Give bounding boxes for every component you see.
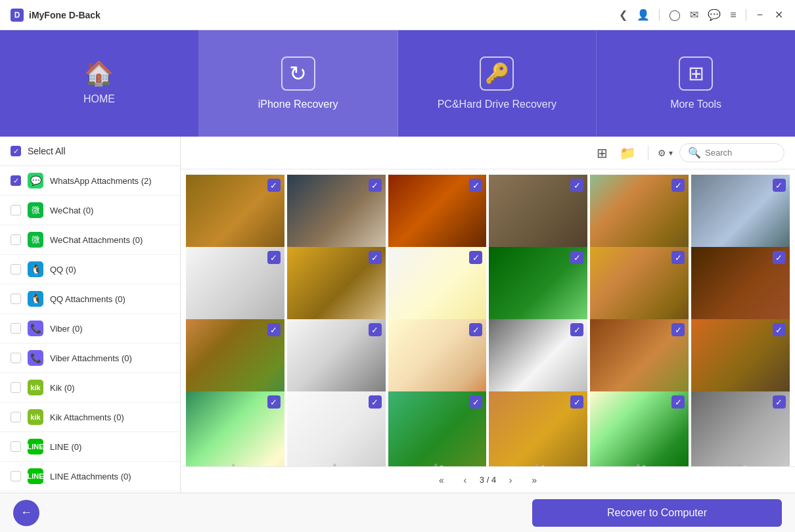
filter-button[interactable]: ⚙ ▾ [658, 148, 673, 158]
sidebar-item-viber[interactable]: 📞 Viber (0) [0, 314, 180, 344]
last-page-button[interactable]: » [525, 471, 543, 489]
sidebar-item-kik-attachments[interactable]: kik Kik Attachments (0) [0, 403, 180, 432]
qq-att-checkbox[interactable] [11, 294, 21, 304]
whatsapp-label: WhatsApp Attachments (2) [50, 176, 170, 186]
first-page-button[interactable]: « [432, 471, 451, 489]
line-checkbox[interactable] [11, 441, 21, 452]
chat-icon[interactable]: 💬 [708, 9, 721, 21]
photo-checkbox[interactable]: ✓ [369, 323, 382, 336]
photo-checkbox[interactable]: ✓ [773, 323, 786, 336]
content-area: ⊞ 📁 ⚙ ▾ 🔍 ✓ ✓ ✓ ✓ [181, 137, 795, 493]
sidebar-item-kik[interactable]: kik Kik (0) [0, 373, 180, 403]
photo-checkbox[interactable]: ✓ [469, 179, 482, 192]
photo-cell[interactable]: ✓ [186, 391, 284, 466]
menu-icon[interactable]: ≡ [730, 9, 736, 21]
qq-icon: 🐧 [28, 261, 43, 277]
close-button[interactable]: ✕ [773, 7, 784, 22]
wechat-checkbox[interactable] [11, 205, 21, 215]
nav-more-tools[interactable]: ⊞ More Tools [597, 30, 795, 137]
kik-att-icon: kik [28, 409, 43, 425]
photo-checkbox[interactable]: ✓ [773, 395, 786, 409]
title-bar-left: D iMyFone D-Back [11, 9, 101, 22]
select-all-checkbox[interactable] [11, 146, 21, 156]
nav-home-label: HOME [83, 93, 115, 105]
photo-checkbox[interactable]: ✓ [469, 395, 482, 409]
kik-att-checkbox[interactable] [11, 412, 21, 422]
photo-checkbox[interactable]: ✓ [469, 323, 482, 336]
qq-checkbox[interactable] [11, 264, 21, 275]
sidebar-item-wechat[interactable]: 微 WeChat (0) [0, 196, 180, 225]
search-box[interactable]: 🔍 [679, 143, 784, 162]
photo-cell[interactable]: ✓ [691, 391, 790, 466]
photo-checkbox[interactable]: ✓ [369, 251, 382, 264]
wechat-label: WeChat (0) [50, 206, 170, 215]
photo-cell[interactable]: ✓ [590, 391, 689, 466]
viber-att-icon: 📞 [28, 350, 43, 366]
photo-checkbox[interactable]: ✓ [773, 179, 786, 192]
nav-iphone-recovery[interactable]: ↻ iPhone Recovery [199, 30, 398, 137]
mail-icon[interactable]: ✉ [690, 9, 698, 21]
sidebar-item-whatsapp-attachments[interactable]: 💬 WhatsApp Attachments (2) [0, 166, 180, 196]
kik-checkbox[interactable] [11, 382, 21, 393]
viber-att-checkbox[interactable] [11, 353, 21, 363]
whatsapp-checkbox[interactable] [11, 175, 21, 186]
line-att-checkbox[interactable] [11, 471, 21, 481]
sidebar-item-line-attachments[interactable]: LINE LINE Attachments (0) [0, 462, 180, 491]
qq-att-label: QQ Attachments (0) [50, 294, 170, 304]
next-page-button[interactable]: › [501, 471, 520, 489]
photo-checkbox[interactable]: ✓ [671, 179, 685, 192]
sidebar-item-qq-attachments[interactable]: 🐧 QQ Attachments (0) [0, 284, 180, 314]
sidebar-item-wechat-attachments[interactable]: 微 WeChat Attachments (0) [0, 225, 180, 255]
photo-checkbox[interactable]: ✓ [570, 323, 583, 336]
photo-checkbox[interactable]: ✓ [267, 323, 281, 336]
sidebar-item-viber-attachments[interactable]: 📞 Viber Attachments (0) [0, 344, 180, 373]
grid-view-icon[interactable]: ⊞ [594, 143, 610, 164]
location-icon[interactable]: ◯ [669, 9, 681, 21]
photo-checkbox[interactable]: ✓ [267, 395, 281, 409]
sidebar-header[interactable]: Select All [0, 137, 180, 166]
wechat-icon: 微 [28, 202, 43, 218]
nav-pc-recovery[interactable]: 🔑 PC&Hard Drive Recovery [398, 30, 597, 137]
minimize-button[interactable]: − [756, 8, 764, 22]
recover-button[interactable]: Recover to Computer [532, 499, 782, 527]
sidebar-item-qq[interactable]: 🐧 QQ (0) [0, 255, 180, 284]
sidebar-item-line[interactable]: LINE LINE (0) [0, 432, 180, 462]
prev-page-button[interactable]: ‹ [456, 471, 474, 489]
search-input[interactable] [705, 148, 776, 158]
page-info: 3 / 4 [480, 475, 496, 485]
page-separator: / [487, 475, 489, 485]
bottom-bar: ← Recover to Computer [0, 493, 795, 532]
folder-view-icon[interactable]: 📁 [617, 143, 639, 164]
back-button[interactable]: ← [13, 500, 39, 526]
photo-checkbox[interactable]: ✓ [671, 251, 685, 264]
photo-checkbox[interactable]: ✓ [570, 251, 583, 264]
viber-icon: 📞 [28, 321, 43, 336]
qq-label: QQ (0) [50, 265, 170, 275]
photo-cell[interactable]: ✓ [287, 391, 386, 466]
photo-checkbox[interactable]: ✓ [570, 179, 583, 192]
app-logo: D [11, 9, 24, 22]
photo-checkbox[interactable]: ✓ [267, 179, 281, 192]
photo-checkbox[interactable]: ✓ [570, 395, 583, 409]
photo-cell[interactable]: ✓ [388, 391, 487, 466]
photo-checkbox[interactable]: ✓ [267, 251, 281, 264]
viber-checkbox[interactable] [11, 323, 21, 334]
photo-checkbox[interactable]: ✓ [369, 179, 382, 192]
wechat-att-checkbox[interactable] [11, 234, 21, 245]
photo-cell[interactable]: ✓ [489, 391, 587, 466]
search-icon: 🔍 [688, 146, 701, 159]
share-icon[interactable]: ❮ [619, 9, 627, 21]
nav-bar: 🏠 HOME ↻ iPhone Recovery 🔑 PC&Hard Drive… [0, 30, 795, 137]
photo-checkbox[interactable]: ✓ [671, 395, 685, 409]
main-area: Select All 💬 WhatsApp Attachments (2) 微 … [0, 137, 795, 493]
photo-checkbox[interactable]: ✓ [671, 323, 685, 336]
divider2 [746, 9, 746, 21]
title-bar: D iMyFone D-Back ❮ 👤 ◯ ✉ 💬 ≡ − ✕ [0, 0, 795, 30]
total-pages: 4 [491, 475, 496, 485]
account-icon[interactable]: 👤 [637, 9, 650, 21]
photo-checkbox[interactable]: ✓ [369, 395, 382, 409]
pagination-bar: « ‹ 3 / 4 › » [181, 466, 795, 493]
photo-checkbox[interactable]: ✓ [773, 251, 786, 264]
photo-checkbox[interactable]: ✓ [469, 251, 482, 264]
nav-home[interactable]: 🏠 HOME [0, 30, 199, 137]
